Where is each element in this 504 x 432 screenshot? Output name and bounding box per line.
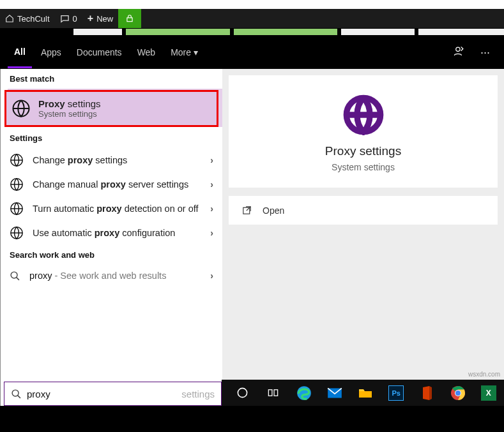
site-name: TechCult — [17, 14, 50, 24]
comments-button[interactable]: 0 — [55, 9, 82, 28]
result-auto-proxy-config[interactable]: Use automatic proxy configuration › — [1, 221, 222, 245]
tab-more[interactable]: More ▾ — [164, 38, 204, 67]
globe-icon — [10, 202, 24, 216]
tab-web[interactable]: Web — [131, 38, 162, 67]
feedback-icon[interactable] — [447, 45, 471, 59]
site-home[interactable]: TechCult — [0, 9, 55, 28]
excel-icon: X — [481, 385, 496, 401]
globe-icon — [343, 94, 384, 135]
svg-point-20 — [238, 388, 247, 397]
svg-rect-21 — [268, 390, 272, 396]
svg-rect-0 — [127, 18, 132, 22]
result-label: proxy - See work and web results — [29, 270, 201, 282]
tab-documents[interactable]: Documents — [70, 38, 128, 67]
result-auto-proxy-detection[interactable]: Turn automatic proxy detection on or off… — [1, 197, 222, 221]
open-label: Open — [263, 205, 284, 216]
preview-column: Proxy settings System settings Open — [222, 69, 504, 406]
folder-icon — [358, 385, 373, 401]
best-match-title: Proxy settings — [38, 98, 101, 109]
best-match-result[interactable]: Proxy settings System settings — [4, 90, 218, 127]
watermark: wsxdn.com — [468, 371, 500, 378]
chrome-icon — [450, 385, 466, 401]
best-match-subtitle: System settings — [38, 109, 101, 119]
window-thumbnails — [0, 28, 504, 36]
search-box[interactable]: settings — [4, 382, 222, 406]
search-input[interactable] — [27, 389, 181, 399]
chevron-right-icon: › — [210, 179, 213, 190]
taskbar: Ps X — [222, 380, 504, 406]
new-label: New — [96, 14, 113, 24]
search-icon — [11, 389, 22, 399]
office-icon — [419, 385, 434, 401]
plus-icon: + — [88, 13, 93, 24]
svg-point-28 — [455, 391, 461, 396]
section-best-match: Best match — [1, 69, 222, 89]
svg-rect-22 — [274, 390, 278, 396]
photoshop-icon: Ps — [388, 385, 404, 401]
chevron-right-icon: › — [210, 155, 213, 165]
result-label: Turn automatic proxy detection on or off — [33, 203, 201, 215]
open-action[interactable]: Open — [229, 196, 498, 225]
taskbar-excel[interactable]: X — [473, 380, 504, 406]
chevron-right-icon: › — [210, 228, 213, 238]
cortana-button[interactable] — [227, 380, 257, 406]
preview-subtitle: System settings — [332, 162, 395, 172]
lock-icon — [125, 14, 134, 23]
taskbar-office[interactable] — [411, 380, 442, 406]
taskbar-explorer[interactable] — [350, 380, 381, 406]
svg-line-13 — [17, 278, 19, 280]
lock-button[interactable] — [118, 9, 141, 28]
taskbar-mail[interactable] — [319, 380, 350, 406]
chevron-right-icon: › — [210, 204, 213, 214]
svg-point-12 — [11, 272, 17, 278]
comments-count: 0 — [73, 14, 77, 24]
result-change-manual-proxy[interactable]: Change manual proxy server settings › — [1, 172, 222, 197]
new-button[interactable]: + New — [82, 9, 118, 28]
globe-icon — [10, 153, 24, 167]
result-label: Use automatic proxy configuration — [33, 227, 201, 239]
chevron-right-icon: › — [210, 271, 213, 281]
section-search-web: Search work and web — [1, 245, 222, 265]
search-scope-tabs: All Apps Documents Web More ▾ ⋯ — [0, 36, 504, 69]
globe-icon — [10, 226, 24, 240]
globe-icon — [10, 177, 24, 191]
chevron-down-icon: ▾ — [194, 47, 198, 57]
search-icon — [10, 271, 20, 281]
search-suggestion-ghost: settings — [181, 389, 215, 399]
results-column: Best match Proxy settings System setting… — [0, 69, 222, 406]
windows-search-panel: All Apps Documents Web More ▾ ⋯ Best mat… — [0, 36, 504, 406]
svg-point-1 — [456, 47, 460, 51]
result-web-search[interactable]: proxy - See work and web results › — [1, 265, 222, 287]
svg-line-19 — [18, 395, 20, 398]
result-label: Change manual proxy server settings — [33, 179, 201, 191]
svg-point-18 — [12, 390, 19, 396]
preview-card: Proxy settings System settings — [229, 75, 498, 188]
result-label: Change proxy settings — [33, 154, 201, 167]
section-settings: Settings — [1, 128, 222, 148]
taskbar-edge[interactable] — [288, 380, 319, 406]
taskbar-photoshop[interactable]: Ps — [381, 380, 411, 406]
more-options-icon[interactable]: ⋯ — [474, 47, 496, 58]
task-view-icon — [267, 387, 279, 399]
task-view-button[interactable] — [257, 380, 288, 406]
home-icon — [5, 14, 14, 23]
edge-icon — [296, 385, 312, 401]
comment-icon — [60, 14, 70, 24]
svg-rect-25 — [359, 391, 372, 398]
open-icon — [241, 205, 252, 216]
tab-apps[interactable]: Apps — [34, 38, 68, 67]
result-change-proxy[interactable]: Change proxy settings › — [1, 148, 222, 172]
tab-all[interactable]: All — [8, 37, 32, 68]
taskbar-chrome[interactable] — [443, 380, 473, 406]
mail-icon — [326, 385, 343, 401]
browser-admin-bar: TechCult 0 + New — [0, 9, 504, 28]
globe-icon — [11, 99, 31, 118]
circle-icon — [236, 387, 248, 399]
preview-title: Proxy settings — [325, 144, 401, 158]
